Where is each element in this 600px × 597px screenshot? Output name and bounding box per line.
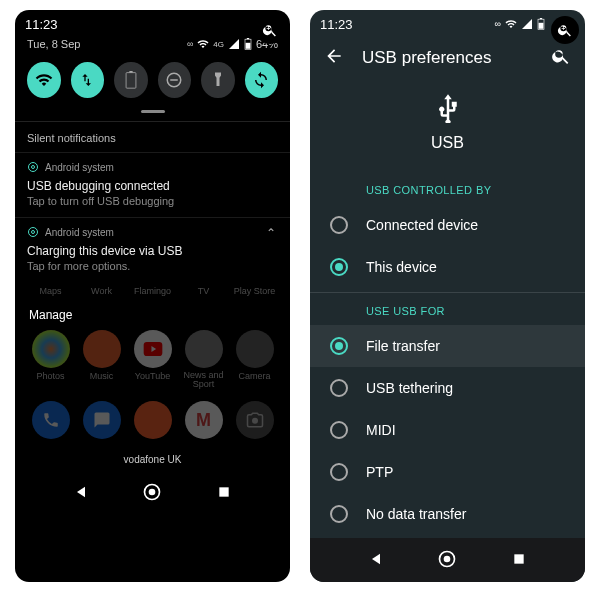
svg-point-8	[29, 163, 38, 172]
app-camera-dock[interactable]	[236, 401, 274, 442]
clock: 11:23	[25, 17, 58, 32]
radio-label: This device	[366, 259, 437, 275]
svg-rect-2	[246, 43, 251, 49]
back-button[interactable]	[70, 481, 92, 503]
date-text: Tue, 8 Sep	[27, 38, 80, 50]
svg-point-7	[32, 166, 35, 169]
drag-handle[interactable]	[141, 110, 165, 113]
search-button[interactable]	[551, 46, 571, 69]
signal-icon	[228, 38, 240, 50]
status-bar: 11:23	[15, 10, 290, 34]
gear-icon	[27, 161, 39, 173]
app-camera[interactable]: Camera	[231, 330, 279, 389]
back-arrow-button[interactable]	[324, 46, 344, 69]
svg-point-10	[29, 228, 38, 237]
app-youtube[interactable]: YouTube	[129, 330, 177, 389]
square-icon	[512, 552, 526, 566]
rotate-tile[interactable]	[245, 62, 279, 98]
chevron-up-icon[interactable]: ⌃	[266, 226, 278, 240]
radio-selected-icon	[330, 337, 348, 355]
radio-this-device[interactable]: This device	[310, 246, 585, 288]
wifi-tile[interactable]	[27, 62, 61, 98]
dnd-icon	[165, 71, 183, 89]
svg-rect-1	[247, 38, 249, 39]
app-messages[interactable]	[83, 401, 121, 442]
quick-settings-header: Tue, 8 Sep ∞ 4G 64%	[15, 34, 290, 58]
app-phone[interactable]	[32, 401, 70, 442]
radio-ptp[interactable]: PTP	[310, 451, 585, 493]
usb-hero-label: USB	[310, 134, 585, 152]
notification-body: Tap for more options.	[27, 260, 182, 272]
home-button[interactable]	[436, 548, 458, 570]
svg-point-12	[252, 418, 258, 424]
clock: 11:23	[320, 17, 353, 32]
radio-file-transfer[interactable]: File transfer	[310, 325, 585, 367]
phone-usb-preferences: 11:23 ∞ USB preferences USB USB CONTROLL…	[310, 10, 585, 582]
app-gmail[interactable]: M	[185, 401, 223, 442]
magnify-plus-icon	[557, 22, 573, 38]
radio-label: PTP	[366, 464, 393, 480]
network-label: 4G	[213, 40, 224, 49]
dnd-tile[interactable]	[158, 62, 192, 98]
radio-connected-device[interactable]: Connected device	[310, 204, 585, 246]
battery-saver-tile[interactable]	[114, 62, 148, 98]
notification-usb-charging[interactable]: Android system Charging this device via …	[15, 217, 290, 282]
recents-button[interactable]	[213, 481, 235, 503]
carrier-label: vodafone UK	[25, 448, 280, 471]
gear-icon	[27, 226, 39, 238]
radio-icon	[330, 421, 348, 439]
zoom-button[interactable]	[551, 16, 579, 44]
home-button[interactable]	[141, 481, 163, 503]
square-icon	[217, 485, 231, 499]
home-screen-dimmed: Maps Work Flamingo TV Play Store Manage …	[15, 282, 290, 471]
usb-icon	[433, 93, 463, 123]
back-button[interactable]	[365, 548, 387, 570]
manage-label[interactable]: Manage	[25, 302, 280, 330]
radio-label: MIDI	[366, 422, 396, 438]
notification-body: Tap to turn off USB debugging	[27, 195, 278, 207]
data-arrows-icon	[79, 72, 95, 88]
app-label[interactable]: Maps	[27, 286, 75, 296]
radio-icon	[330, 216, 348, 234]
flashlight-tile[interactable]	[201, 62, 235, 98]
battery-icon	[537, 18, 545, 30]
svg-point-14	[149, 489, 156, 496]
signal-icon	[521, 18, 533, 30]
app-label[interactable]: Flamingo	[129, 286, 177, 296]
app-label[interactable]: Work	[78, 286, 126, 296]
radio-icon	[330, 505, 348, 523]
radio-label: USB tethering	[366, 380, 453, 396]
silent-section-label: Silent notifications	[15, 121, 290, 152]
app-label[interactable]: TV	[180, 286, 228, 296]
svg-rect-4	[129, 71, 132, 73]
notification-usb-debugging[interactable]: Android system USB debugging connected T…	[15, 152, 290, 217]
radio-usb-tethering[interactable]: USB tethering	[310, 367, 585, 409]
settings-header: USB preferences	[310, 34, 585, 83]
data-tile[interactable]	[71, 62, 105, 98]
navigation-bar	[15, 471, 290, 515]
group-use-usb-for: USE USB FOR	[310, 293, 585, 325]
status-bar: 11:23 ∞	[310, 10, 585, 34]
group-controlled-by: USB CONTROLLED BY	[310, 172, 585, 204]
app-label[interactable]: Play Store	[231, 286, 279, 296]
zoom-button[interactable]	[256, 16, 284, 44]
radio-midi[interactable]: MIDI	[310, 409, 585, 451]
app-brave[interactable]	[134, 401, 172, 442]
radio-label: File transfer	[366, 338, 440, 354]
svg-rect-3	[126, 73, 136, 89]
radio-label: Connected device	[366, 217, 478, 233]
battery-icon	[125, 71, 137, 89]
radio-no-data-transfer[interactable]: No data transfer	[310, 493, 585, 535]
radio-icon	[330, 463, 348, 481]
phone-notification-shade: 11:23 Tue, 8 Sep ∞ 4G 64% Silent notific…	[15, 10, 290, 582]
home-icon	[142, 482, 162, 502]
svg-rect-17	[540, 18, 542, 19]
app-news[interactable]: News and Sport	[180, 330, 228, 389]
page-title: USB preferences	[362, 48, 533, 68]
app-photos[interactable]: Photos	[27, 330, 75, 389]
notification-source: Android system	[45, 162, 114, 173]
flashlight-icon	[212, 71, 224, 89]
recents-button[interactable]	[508, 548, 530, 570]
notification-title: USB debugging connected	[27, 179, 278, 193]
app-music[interactable]: Music	[78, 330, 126, 389]
